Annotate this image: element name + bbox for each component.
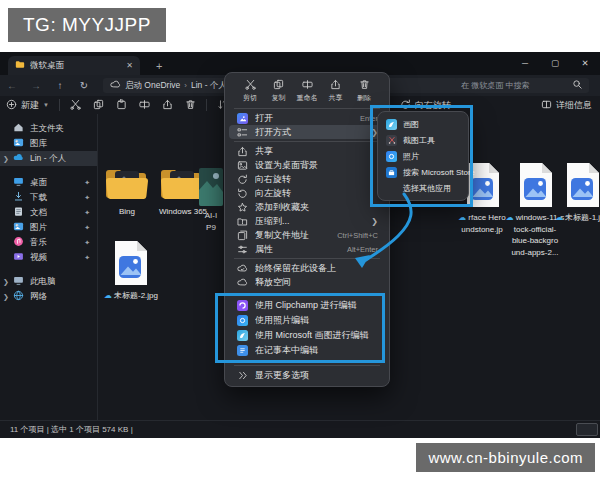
menu-item-rotateright[interactable]: 向右旋转 <box>229 172 385 186</box>
submenu-item-paint[interactable]: 画图 <box>381 116 465 132</box>
menu-item-star[interactable]: 添加到收藏夹 <box>229 200 385 214</box>
search-input[interactable]: 在 微软桌面 中搜索 <box>455 78 589 93</box>
share-icon <box>330 79 341 91</box>
close-button[interactable]: ✕ <box>570 52 600 75</box>
file-main-3[interactable]: ☁未标题-2.jpg <box>104 240 156 302</box>
music-icon <box>13 236 24 249</box>
view-toggle[interactable] <box>576 423 598 436</box>
cut-button[interactable] <box>64 99 87 112</box>
onedrive-cloud-icon <box>110 79 121 92</box>
cut-icon <box>70 99 81 112</box>
menu-item-copypath[interactable]: 复制文件地址Ctrl+Shift+C <box>229 228 385 242</box>
menu-item-label: 始终保留在此设备上 <box>255 262 378 275</box>
menu-item-notepad[interactable]: 在记事本中编辑 <box>229 343 380 358</box>
menu-item-clipchamp[interactable]: 使用 Clipchamp 进行编辑 <box>229 298 380 313</box>
rotate-right-button[interactable]: 向右旋转 <box>394 99 457 112</box>
quick-action-label: 共享 <box>329 93 343 103</box>
maximize-button[interactable]: ▢ <box>540 52 570 75</box>
quick-cut-button[interactable]: 剪切 <box>237 79 263 103</box>
menu-item-openwith[interactable]: 打开方式❯ <box>229 125 385 139</box>
delete-button[interactable] <box>179 99 202 112</box>
openwith-icon <box>236 127 248 138</box>
sidebar-item-network[interactable]: ❯网络 <box>0 289 97 304</box>
file-label: ☁未标题-2.jpg <box>104 290 156 302</box>
breadcrumb-item[interactable]: 启动 OneDrive <box>125 80 180 92</box>
submenu-item-snipping[interactable]: 截图工具 <box>381 132 465 148</box>
moreoptions-icon <box>236 370 248 381</box>
more-button[interactable]: … <box>457 100 478 110</box>
expand-chevron-icon[interactable]: ❯ <box>3 293 9 301</box>
sidebar-item-label: Lin - 个人 <box>30 153 66 165</box>
new-tab-button[interactable]: + <box>156 60 162 75</box>
menu-item-share[interactable]: 共享 <box>229 144 385 158</box>
tab-close-icon[interactable]: ✕ <box>126 61 133 70</box>
quick-delete-button[interactable]: 删除 <box>351 79 377 103</box>
menu-item-label: 向左旋转 <box>255 187 378 200</box>
sidebar-item-pictures[interactable]: 图片✦ <box>0 220 97 235</box>
back-button[interactable]: ← <box>0 80 24 91</box>
copypath-icon <box>236 230 248 241</box>
quick-action-label: 复制 <box>272 93 286 103</box>
submenu-item-choose-other-app[interactable]: 选择其他应用 <box>381 180 465 196</box>
menu-item-label: 共享 <box>255 145 378 158</box>
paste-button[interactable] <box>110 99 133 112</box>
onedrive-icon <box>13 152 24 165</box>
menu-item-rotateleft[interactable]: 向左旋转 <box>229 186 385 200</box>
menu-item-paint[interactable]: 使用 Microsoft 画图进行编辑 <box>229 328 380 343</box>
pictures-icon <box>13 221 24 234</box>
menu-item-wallpaper[interactable]: 设置为桌面背景 <box>229 158 385 172</box>
menu-item-open[interactable]: 打开Enter <box>229 111 385 125</box>
pin-icon: ✦ <box>84 224 90 232</box>
menu-item-moreoptions[interactable]: 显示更多选项 <box>229 368 385 382</box>
menu-item-cloudpin[interactable]: 始终保留在此设备上 <box>229 261 385 275</box>
sidebar-item-music[interactable]: 音乐✦ <box>0 235 97 250</box>
file-main-0[interactable]: Bing <box>104 166 150 218</box>
sidebar-item-documents[interactable]: 文档✦ <box>0 205 97 220</box>
refresh-button[interactable]: ↻ <box>72 80 96 91</box>
menu-item-label: 复制文件地址 <box>255 229 330 242</box>
copy-button[interactable] <box>87 99 110 112</box>
pin-icon: ✦ <box>84 209 90 217</box>
sidebar-item-downloads[interactable]: 下载✦ <box>0 190 97 205</box>
share-button[interactable] <box>156 99 179 112</box>
open-with-submenu: 画图截图工具照片搜索 Microsoft Store选择其他应用 <box>377 111 469 201</box>
sidebar-item-gallery[interactable]: 图库 <box>0 136 97 151</box>
rename-button[interactable] <box>133 99 156 112</box>
forward-button[interactable]: → <box>24 80 48 91</box>
menu-item-zip[interactable]: 压缩到...❯ <box>229 214 385 228</box>
share-icon <box>236 146 248 157</box>
quick-copy-button[interactable]: 复制 <box>266 79 292 103</box>
file-label: ☁未标题-1.jpg <box>552 212 600 224</box>
submenu-item-store[interactable]: 搜索 Microsoft Store <box>381 164 465 180</box>
menu-item-photos[interactable]: 使用照片编辑 <box>229 313 380 328</box>
sidebar-item-desktop[interactable]: 桌面✦ <box>0 175 97 190</box>
watermark-bottom: www.cn-bbinyule.com <box>416 443 595 472</box>
menu-item-properties[interactable]: 属性Alt+Enter <box>229 242 385 256</box>
context-menu: 剪切复制重命名共享删除 打开Enter打开方式❯共享设置为桌面背景向右旋转向左旋… <box>224 72 390 387</box>
quick-action-label: 删除 <box>357 93 371 103</box>
menu-item-label: 使用照片编辑 <box>255 314 373 327</box>
expand-chevron-icon[interactable]: ❯ <box>3 155 9 163</box>
rotateleft-icon <box>236 188 248 199</box>
edit-options-annotation-box: 使用 Clipchamp 进行编辑使用照片编辑使用 Microsoft 画图进行… <box>215 293 385 363</box>
explorer-tab[interactable]: 微软桌面 ✕ <box>8 56 140 75</box>
file-right-2[interactable]: ☁未标题-1.jpg <box>552 162 600 224</box>
sidebar-item-pc[interactable]: ❯此电脑 <box>0 274 97 289</box>
up-button[interactable]: ↑ <box>48 80 72 91</box>
sidebar-item-home[interactable]: 主文件夹 <box>0 121 97 136</box>
minimize-button[interactable]: ─ <box>510 52 540 75</box>
sidebar-item-videos[interactable]: 视频✦ <box>0 250 97 265</box>
menu-item-cloudfree[interactable]: 释放空间 <box>229 275 385 289</box>
photos-icon <box>386 151 397 162</box>
rotateright-icon <box>236 174 248 185</box>
expand-chevron-icon[interactable]: ❯ <box>3 278 9 286</box>
menu-shortcut: Enter <box>360 114 378 123</box>
sidebar-item-onedrive[interactable]: ❯Lin - 个人 <box>0 151 97 166</box>
submenu-item-photos[interactable]: 照片 <box>381 148 465 164</box>
delete-icon <box>359 79 370 91</box>
new-button[interactable]: 新建▼ <box>0 99 55 112</box>
quick-share-button[interactable]: 共享 <box>323 79 349 103</box>
details-button[interactable]: 详细信息 <box>556 99 592 112</box>
breadcrumb-item[interactable]: Lin - 个人 <box>191 80 227 92</box>
quick-rename-button[interactable]: 重命名 <box>294 79 320 103</box>
